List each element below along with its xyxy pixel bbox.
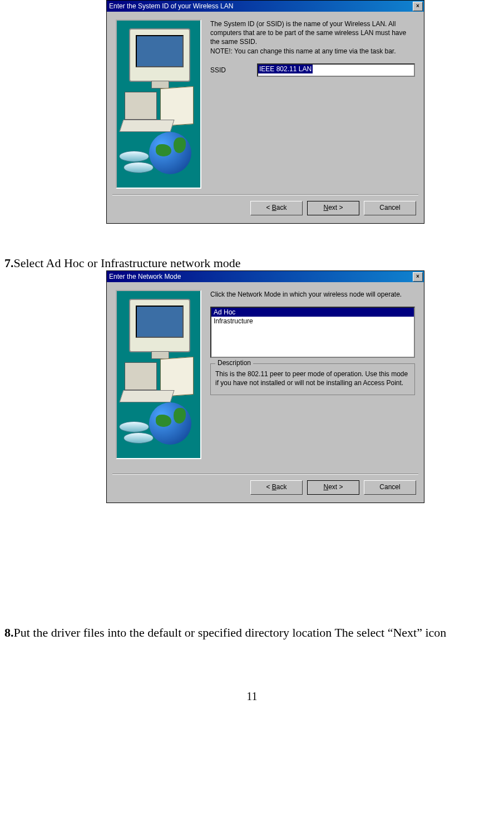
ssid-input[interactable]: IEEE 802.11 LAN [257, 63, 415, 77]
dialog-title: Enter the Network Mode [109, 273, 181, 280]
back-button[interactable]: < Back [250, 201, 303, 215]
page-number: 11 [4, 690, 500, 703]
step-8: 8.Put the driver files into the default … [4, 626, 500, 640]
dialog-network-mode: Enter the Network Mode × Click the Netwo… [106, 270, 424, 503]
description-label: Description [215, 359, 253, 367]
description-group: Description This is the 802.11 peer to p… [210, 363, 415, 395]
titlebar: Enter the System ID of your Wireless LAN… [107, 1, 424, 12]
instruction-text: The System ID (or SSID) is the name of y… [210, 19, 415, 56]
instruction-text: Click the Network Mode in which your wir… [210, 290, 415, 299]
next-button[interactable]: Next > [307, 201, 359, 215]
dialog-enter-ssid: Enter the System ID of your Wireless LAN… [106, 0, 424, 224]
dialog-title: Enter the System ID of your Wireless LAN [109, 2, 233, 10]
network-mode-listbox[interactable]: Ad Hoc Infrastructure [210, 307, 415, 358]
step-7-number: 7. [4, 256, 14, 270]
ssid-label: SSID [210, 66, 244, 74]
back-button[interactable]: < Back [250, 480, 303, 495]
description-text: This is the 802.11 peer to peer mode of … [215, 370, 410, 387]
ssid-value: IEEE 802.11 LAN [258, 65, 313, 73]
wizard-graphic [116, 290, 201, 459]
close-icon[interactable]: × [413, 272, 423, 282]
cancel-button[interactable]: Cancel [364, 480, 416, 495]
next-button[interactable]: Next > [307, 480, 359, 495]
cancel-button[interactable]: Cancel [364, 201, 416, 215]
titlebar: Enter the Network Mode × [107, 271, 424, 282]
close-icon[interactable]: × [413, 2, 423, 11]
step-8-text: Put the driver files into the default or… [14, 626, 447, 639]
list-item[interactable]: Ad Hoc [211, 308, 414, 317]
step-7: 7.Select Ad Hoc or Infrastructure networ… [4, 256, 500, 270]
step-8-number: 8. [4, 626, 14, 639]
wizard-graphic [116, 19, 201, 189]
step-7-text: Select Ad Hoc or Infrastructure network … [14, 256, 241, 270]
list-item[interactable]: Infrastructure [211, 317, 414, 326]
